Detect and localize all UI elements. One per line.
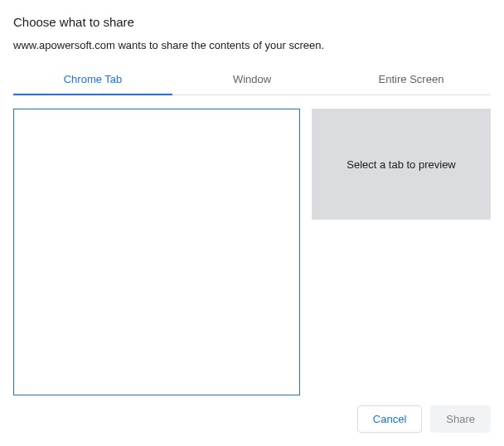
dialog-footer: Cancel Share (13, 405, 491, 433)
tab-window[interactable]: Window (172, 65, 332, 95)
share-tabs: Chrome Tab Window Entire Screen (13, 65, 491, 95)
tab-chrome-tab[interactable]: Chrome Tab (13, 65, 172, 95)
share-content: Select a tab to preview (13, 109, 491, 392)
dialog-title: Choose what to share (13, 15, 491, 29)
preview-panel: Select a tab to preview (312, 109, 491, 220)
share-dialog: Choose what to share www.apowersoft.com … (0, 0, 504, 446)
tab-list-panel[interactable] (13, 109, 300, 395)
cancel-button[interactable]: Cancel (357, 405, 422, 433)
preview-placeholder: Select a tab to preview (346, 158, 456, 171)
share-button[interactable]: Share (430, 405, 491, 433)
tab-entire-screen[interactable]: Entire Screen (332, 65, 491, 95)
dialog-subtitle: www.apowersoft.com wants to share the co… (13, 39, 491, 51)
